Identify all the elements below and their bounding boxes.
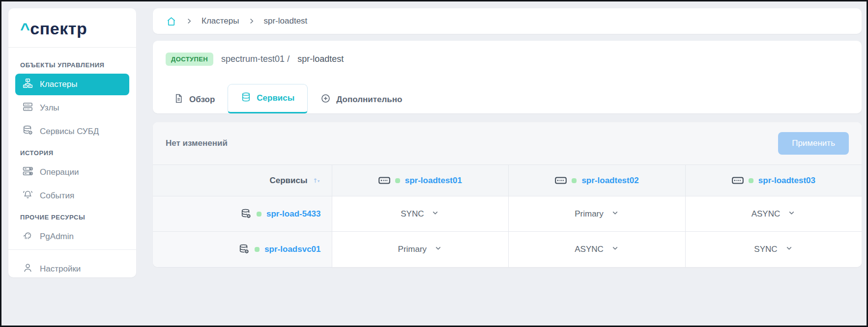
cluster-header-card: ДОСТУПЕН spectrum-test01 / spr-loadtest … (153, 41, 862, 113)
chevron-right-icon (186, 18, 193, 25)
node-column-header: spr-loadtest01 (332, 176, 509, 186)
tabs: Обзор Сервисы (153, 84, 862, 113)
server-icon (555, 176, 567, 185)
pgadmin-elephant-icon (22, 230, 33, 244)
nav-section-history: ИСТОРИЯ (20, 149, 124, 157)
services-table: Сервисы (153, 164, 862, 267)
sidebar-item-label: Сервисы СУБД (40, 127, 99, 136)
database-icon (241, 92, 251, 105)
service-cell: spr-load-5433 (153, 208, 332, 219)
tab-label: Дополнительно (336, 95, 402, 105)
sidebar-item-db-services[interactable]: Сервисы СУБД (15, 121, 129, 142)
logo-text: спектр (30, 19, 87, 38)
services-toolbar: Нет изменений Применить (153, 122, 862, 164)
breadcrumb: Кластеры spr-loadtest (153, 8, 862, 34)
status-dot (395, 178, 400, 183)
tab-extra[interactable]: Дополнительно (308, 86, 415, 113)
database-gear-icon (240, 208, 252, 219)
role-value: SYNC (754, 245, 777, 254)
role-dropdown[interactable]: Primary (332, 244, 509, 255)
status-badge: ДОСТУПЕН (166, 53, 213, 66)
bell-icon (22, 189, 33, 203)
tab-label: Сервисы (257, 93, 294, 103)
sidebar-item-settings[interactable]: Настройки (15, 257, 129, 281)
logo-caret: ^ (20, 19, 30, 38)
status-dot (749, 178, 753, 183)
table-row: spr-loadsvc01 Primary ASYNC SYNC (153, 232, 862, 267)
cluster-name: spr-loadtest (297, 54, 344, 64)
document-icon (174, 93, 184, 106)
node-link[interactable]: spr-loadtest03 (758, 176, 815, 186)
chevron-down-icon (787, 209, 796, 219)
node-link[interactable]: spr-loadtest02 (581, 176, 638, 186)
breadcrumb-clusters[interactable]: Кластеры (202, 16, 239, 26)
services-column-header[interactable]: Сервисы (153, 176, 332, 186)
table-row: spr-load-5433 SYNC Primary ASYNC (153, 196, 862, 232)
chevron-down-icon (431, 209, 439, 219)
sort-icon[interactable] (313, 176, 321, 185)
database-gear-icon (238, 244, 250, 255)
sidebar-item-clusters[interactable]: Кластеры (15, 74, 129, 95)
status-dot (257, 212, 261, 217)
table-header-row: Сервисы (153, 165, 862, 196)
home-icon[interactable] (166, 16, 177, 27)
cluster-header: ДОСТУПЕН spectrum-test01 / spr-loadtest (153, 41, 862, 71)
breadcrumb-current: spr-loadtest (264, 16, 308, 26)
node-link[interactable]: spr-loadtest01 (405, 176, 462, 186)
role-dropdown[interactable]: ASYNC (686, 209, 862, 219)
chevron-down-icon (434, 244, 442, 255)
role-value: SYNC (401, 209, 424, 219)
sidebar-item-label: Кластеры (40, 80, 78, 89)
tab-label: Обзор (189, 95, 215, 105)
role-dropdown[interactable]: Primary (509, 209, 685, 219)
sidebar-item-label: Узлы (40, 103, 59, 113)
role-dropdown[interactable]: ASYNC (509, 244, 685, 255)
status-dot (255, 247, 260, 252)
sidebar-item-label: События (40, 191, 74, 201)
sidebar-footer: Настройки (8, 249, 136, 290)
role-value: ASYNC (575, 245, 604, 254)
chevron-down-icon (785, 244, 793, 255)
status-dot (572, 178, 577, 183)
user-icon (22, 262, 33, 276)
tab-services[interactable]: Сервисы (228, 84, 308, 113)
sidebar-item-label: PgAdmin (40, 232, 74, 242)
sidebar-item-label: Операции (40, 167, 79, 177)
chevron-right-icon (248, 18, 255, 25)
nav-section-objects: ОБЪЕКТЫ УПРАВЛЕНИЯ (20, 61, 124, 69)
role-value: Primary (575, 209, 604, 219)
chevron-down-icon (611, 209, 619, 219)
clusters-icon (22, 78, 33, 91)
node-column-header: spr-loadtest02 (509, 176, 685, 186)
service-cell: spr-loadsvc01 (153, 244, 332, 255)
app-logo[interactable]: ^спектр (20, 19, 124, 38)
service-link[interactable]: spr-load-5433 (266, 209, 321, 219)
changes-status-text: Нет изменений (166, 138, 228, 148)
node-column-header: spr-loadtest03 (686, 176, 862, 186)
role-dropdown[interactable]: SYNC (332, 209, 509, 219)
main-content: Кластеры spr-loadtest ДОСТУПЕН spectrum-… (153, 8, 862, 267)
service-link[interactable]: spr-loadsvc01 (264, 245, 320, 254)
sidebar-nav: ОБЪЕКТЫ УПРАВЛЕНИЯ Кластеры (8, 48, 136, 249)
sidebar: ^спектр ОБЪЕКТЫ УПРАВЛЕНИЯ Кластеры (8, 8, 136, 277)
apply-button[interactable]: Применить (778, 132, 849, 155)
services-panel: Нет изменений Применить Сервисы (153, 122, 862, 267)
role-value: ASYNC (752, 209, 781, 219)
plus-circle-icon (320, 93, 331, 106)
role-dropdown[interactable]: SYNC (686, 244, 862, 255)
nav-section-other: ПРОЧИЕ РЕСУРСЫ (20, 214, 124, 221)
sidebar-item-label: Настройки (40, 264, 81, 274)
services-header-label: Сервисы (270, 176, 308, 186)
sidebar-item-events[interactable]: События (15, 185, 129, 207)
server-icon (732, 176, 744, 185)
operations-icon (22, 165, 33, 179)
tab-overview[interactable]: Обзор (161, 86, 228, 113)
sidebar-item-operations[interactable]: Операции (15, 162, 129, 183)
database-gear-icon (22, 125, 33, 138)
sidebar-item-nodes[interactable]: Узлы (15, 97, 129, 119)
role-value: Primary (398, 245, 427, 254)
server-icon (378, 176, 390, 185)
logo-block: ^спектр (8, 8, 136, 48)
chevron-down-icon (611, 244, 619, 255)
sidebar-item-pgadmin[interactable]: PgAdmin (15, 226, 129, 247)
